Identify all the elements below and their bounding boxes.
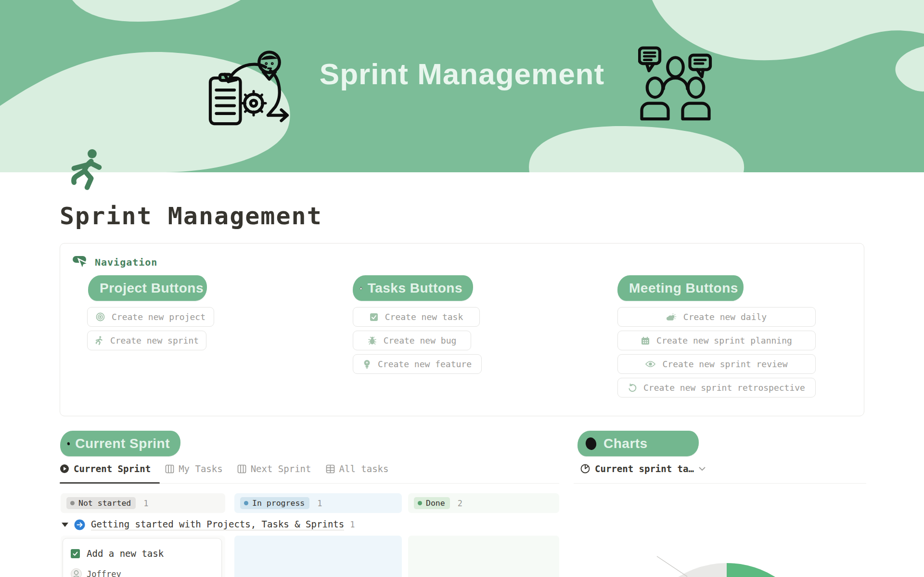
button-label: Create new project [112,312,205,322]
assignee-donut-chart [630,549,833,577]
charts-heading[interactable]: Charts [578,431,699,456]
black-dot-icon [584,436,599,452]
black-dot-icon [67,436,70,452]
chart-view-tab[interactable]: Current sprint ta… [580,463,706,474]
create-new-bug-button[interactable]: Create new bug [353,331,471,350]
section-title: Current Sprint [75,436,170,451]
tab-my-tasks[interactable]: My Tasks [165,463,223,474]
column-count: 2 [458,499,462,508]
task-checkbox[interactable] [71,549,80,558]
group-title: Meeting Buttons [629,281,738,296]
status-label: In progress [252,499,305,508]
collapse-triangle-icon[interactable] [62,523,68,527]
column-header-done[interactable]: Done 2 [408,493,559,513]
group-title: Tasks Buttons [368,281,462,296]
navigation-label: Navigation [95,256,157,268]
view-tabs: Current Sprint My Tasks Next Sprint All … [60,463,388,474]
cover-banner: Sprint Management [0,0,924,172]
sprint-group-row[interactable]: Getting started with Projects, Tasks & S… [62,519,355,530]
assignee-name: Joffrey [87,569,121,577]
button-label: Create new bug [384,335,457,346]
sprint-cycle-illustration [208,44,292,128]
create-new-sprint-retrospective-button[interactable]: Create new sprint retrospective [617,378,816,397]
create-new-task-button[interactable]: Create new task [353,307,480,327]
create-new-sprint-review-button[interactable]: Create new sprint review [617,354,816,374]
button-label: Create new sprint [110,335,199,346]
retrospective-icon [628,384,637,392]
tasks-buttons-heading[interactable]: Tasks Buttons [353,275,473,301]
current-sprint-heading[interactable]: Current Sprint [60,431,180,456]
board-icon [165,464,174,474]
project-buttons-heading[interactable]: Project Buttons [88,275,207,301]
group-title[interactable]: Getting started with Projects, Tasks & S… [91,519,344,530]
click-cursor-icon [72,254,89,270]
sprint-management-page: Sprint Management Sprint Manage [0,0,924,577]
tab-next-sprint[interactable]: Next Sprint [237,463,311,474]
create-new-daily-button[interactable]: Create new daily [617,307,816,327]
calendar-icon [641,336,650,345]
banner-title: Sprint Management [318,57,606,91]
column-header-in-progress[interactable]: In progress 1 [234,493,402,513]
chevron-down-icon[interactable] [699,467,706,471]
button-label: Create new daily [683,312,767,322]
task-title: Add a new task [87,548,164,559]
meeting-buttons-heading[interactable]: Meeting Buttons [617,275,744,301]
create-new-sprint-planning-button[interactable]: Create new sprint planning [617,331,816,350]
chart-tab-label: Current sprint ta… [595,463,694,474]
create-new-feature-button[interactable]: Create new feature [353,354,482,374]
active-tab-underline [60,482,160,484]
status-dot [70,501,75,505]
group-title: Project Buttons [100,281,204,296]
bug-icon [368,336,377,345]
runner-icon [95,336,103,346]
board-icon [237,464,246,474]
page-title: Sprint Management [60,202,322,230]
hand-cursor-icon [359,281,363,296]
label-connector-line [657,556,687,577]
tab-all-tasks[interactable]: All tasks [326,463,389,474]
column-count: 1 [143,499,148,508]
button-label: Create new feature [378,359,472,369]
table-icon [326,464,335,474]
avatar [71,568,82,577]
column-body-done [408,536,559,577]
button-label: Create new sprint review [662,359,787,369]
bulb-icon [363,359,371,369]
status-dot [418,501,422,505]
column-body-in-progress [234,536,402,577]
status-label: Done [426,499,445,508]
section-title: Charts [603,436,648,451]
status-dot [244,501,248,505]
tab-current-sprint[interactable]: Current Sprint [60,463,151,474]
checkbox-icon [370,313,378,321]
page-icon-runner[interactable] [70,148,104,192]
navigation-card: Navigation Project Buttons Create new pr… [60,243,864,416]
meeting-illustration [638,44,713,121]
column-header-not-started[interactable]: Not started 1 [61,493,225,513]
button-label: Create new task [385,312,463,322]
target-icon [96,312,105,321]
button-label: Create new sprint retrospective [643,383,805,393]
create-new-sprint-button[interactable]: Create new sprint [87,331,206,350]
eye-icon [645,360,655,368]
sprint-arrow-icon [74,519,85,530]
task-card[interactable]: Add a new task Joffrey [63,538,222,577]
chart-tabs-divider [574,483,866,484]
group-count: 1 [350,520,355,529]
button-label: Create new sprint planning [656,335,792,346]
column-count: 1 [317,499,322,508]
sun-cloud-icon [667,313,677,321]
create-new-project-button[interactable]: Create new project [87,307,214,327]
status-label: Not started [78,499,131,508]
play-circle-icon [60,464,69,474]
pie-clock-icon [580,464,590,474]
